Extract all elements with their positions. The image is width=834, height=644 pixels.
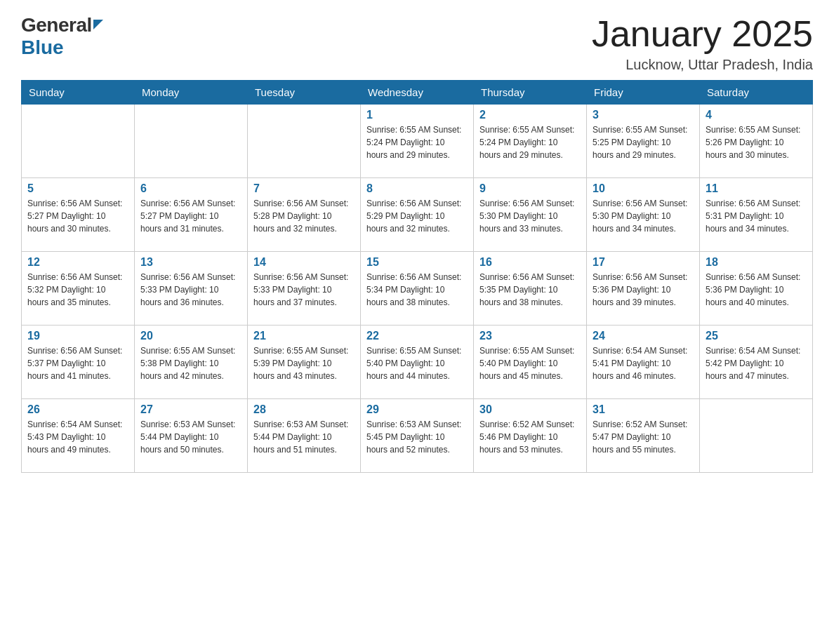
day-info: Sunrise: 6:56 AM Sunset: 5:32 PM Dayligh…	[27, 271, 128, 309]
calendar-cell: 18Sunrise: 6:56 AM Sunset: 5:36 PM Dayli…	[700, 252, 813, 326]
calendar-table: SundayMondayTuesdayWednesdayThursdayFrid…	[21, 80, 813, 473]
day-info: Sunrise: 6:53 AM Sunset: 5:45 PM Dayligh…	[366, 418, 468, 456]
day-number: 12	[27, 256, 128, 269]
calendar-cell: 7Sunrise: 6:56 AM Sunset: 5:28 PM Daylig…	[248, 178, 361, 252]
day-info: Sunrise: 6:55 AM Sunset: 5:40 PM Dayligh…	[366, 344, 468, 382]
calendar-cell: 30Sunrise: 6:52 AM Sunset: 5:46 PM Dayli…	[474, 399, 587, 473]
day-number: 29	[366, 403, 468, 416]
calendar-cell: 2Sunrise: 6:55 AM Sunset: 5:24 PM Daylig…	[474, 105, 587, 178]
logo: General Blue	[21, 14, 103, 59]
day-number: 25	[706, 330, 807, 342]
day-info: Sunrise: 6:56 AM Sunset: 5:35 PM Dayligh…	[479, 271, 581, 309]
calendar-cell: 22Sunrise: 6:55 AM Sunset: 5:40 PM Dayli…	[361, 326, 474, 399]
day-number: 13	[140, 256, 241, 269]
logo-blue-row: Blue	[21, 36, 103, 59]
header-row: SundayMondayTuesdayWednesdayThursdayFrid…	[22, 81, 813, 105]
day-number: 14	[253, 256, 355, 269]
calendar-cell: 16Sunrise: 6:56 AM Sunset: 5:35 PM Dayli…	[474, 252, 587, 326]
header-cell-tuesday: Tuesday	[248, 81, 361, 105]
day-info: Sunrise: 6:55 AM Sunset: 5:26 PM Dayligh…	[706, 123, 807, 161]
calendar-cell: 14Sunrise: 6:56 AM Sunset: 5:33 PM Dayli…	[248, 252, 361, 326]
calendar-cell: 12Sunrise: 6:56 AM Sunset: 5:32 PM Dayli…	[22, 252, 135, 326]
calendar-cell: 19Sunrise: 6:56 AM Sunset: 5:37 PM Dayli…	[22, 326, 135, 399]
day-info: Sunrise: 6:55 AM Sunset: 5:24 PM Dayligh…	[479, 123, 581, 161]
calendar-cell: 11Sunrise: 6:56 AM Sunset: 5:31 PM Dayli…	[700, 178, 813, 252]
day-info: Sunrise: 6:56 AM Sunset: 5:27 PM Dayligh…	[140, 197, 241, 235]
calendar-cell: 21Sunrise: 6:55 AM Sunset: 5:39 PM Dayli…	[248, 326, 361, 399]
day-info: Sunrise: 6:56 AM Sunset: 5:36 PM Dayligh…	[706, 271, 807, 309]
day-info: Sunrise: 6:55 AM Sunset: 5:25 PM Dayligh…	[593, 123, 694, 161]
day-info: Sunrise: 6:53 AM Sunset: 5:44 PM Dayligh…	[140, 418, 241, 456]
day-number: 1	[366, 109, 468, 121]
calendar-cell: 29Sunrise: 6:53 AM Sunset: 5:45 PM Dayli…	[361, 399, 474, 473]
day-number: 7	[253, 182, 355, 195]
logo-row1: General	[21, 14, 103, 36]
logo-general-text: General	[21, 14, 92, 36]
day-info: Sunrise: 6:55 AM Sunset: 5:24 PM Dayligh…	[366, 123, 468, 161]
day-info: Sunrise: 6:55 AM Sunset: 5:40 PM Dayligh…	[479, 344, 581, 382]
calendar-cell: 1Sunrise: 6:55 AM Sunset: 5:24 PM Daylig…	[361, 105, 474, 178]
header-cell-friday: Friday	[587, 81, 700, 105]
day-info: Sunrise: 6:54 AM Sunset: 5:41 PM Dayligh…	[593, 344, 694, 382]
day-number: 10	[593, 182, 694, 195]
day-number: 31	[593, 403, 694, 416]
title-block: January 2025 Lucknow, Uttar Pradesh, Ind…	[592, 14, 813, 73]
calendar-cell: 24Sunrise: 6:54 AM Sunset: 5:41 PM Dayli…	[587, 326, 700, 399]
svg-marker-0	[93, 20, 103, 29]
day-number: 27	[140, 403, 241, 416]
week-row-3: 12Sunrise: 6:56 AM Sunset: 5:32 PM Dayli…	[22, 252, 813, 326]
logo-triangle-icon	[93, 20, 103, 32]
day-number: 11	[706, 182, 807, 195]
day-number: 8	[366, 182, 468, 195]
day-info: Sunrise: 6:55 AM Sunset: 5:39 PM Dayligh…	[253, 344, 355, 382]
day-number: 9	[479, 182, 581, 195]
calendar-cell: 13Sunrise: 6:56 AM Sunset: 5:33 PM Dayli…	[135, 252, 248, 326]
day-number: 4	[706, 109, 807, 121]
header-cell-sunday: Sunday	[22, 81, 135, 105]
day-info: Sunrise: 6:56 AM Sunset: 5:33 PM Dayligh…	[253, 271, 355, 309]
calendar-cell: 10Sunrise: 6:56 AM Sunset: 5:30 PM Dayli…	[587, 178, 700, 252]
calendar-cell: 23Sunrise: 6:55 AM Sunset: 5:40 PM Dayli…	[474, 326, 587, 399]
calendar-cell: 9Sunrise: 6:56 AM Sunset: 5:30 PM Daylig…	[474, 178, 587, 252]
day-info: Sunrise: 6:56 AM Sunset: 5:31 PM Dayligh…	[706, 197, 807, 235]
day-info: Sunrise: 6:56 AM Sunset: 5:33 PM Dayligh…	[140, 271, 241, 309]
day-number: 17	[593, 256, 694, 269]
calendar-cell: 31Sunrise: 6:52 AM Sunset: 5:47 PM Dayli…	[587, 399, 700, 473]
day-number: 23	[479, 330, 581, 342]
day-info: Sunrise: 6:56 AM Sunset: 5:30 PM Dayligh…	[593, 197, 694, 235]
day-info: Sunrise: 6:56 AM Sunset: 5:27 PM Dayligh…	[27, 197, 128, 235]
day-info: Sunrise: 6:56 AM Sunset: 5:29 PM Dayligh…	[366, 197, 468, 235]
day-info: Sunrise: 6:52 AM Sunset: 5:46 PM Dayligh…	[479, 418, 581, 456]
calendar-cell: 20Sunrise: 6:55 AM Sunset: 5:38 PM Dayli…	[135, 326, 248, 399]
day-info: Sunrise: 6:56 AM Sunset: 5:37 PM Dayligh…	[27, 344, 128, 382]
logo-blue-text: Blue	[21, 36, 64, 58]
day-number: 30	[479, 403, 581, 416]
day-number: 28	[253, 403, 355, 416]
day-info: Sunrise: 6:56 AM Sunset: 5:34 PM Dayligh…	[366, 271, 468, 309]
calendar-cell	[700, 399, 813, 473]
header-cell-wednesday: Wednesday	[361, 81, 474, 105]
header-cell-saturday: Saturday	[700, 81, 813, 105]
day-number: 5	[27, 182, 128, 195]
calendar-cell: 5Sunrise: 6:56 AM Sunset: 5:27 PM Daylig…	[22, 178, 135, 252]
day-info: Sunrise: 6:52 AM Sunset: 5:47 PM Dayligh…	[593, 418, 694, 456]
header-cell-monday: Monday	[135, 81, 248, 105]
calendar-cell: 17Sunrise: 6:56 AM Sunset: 5:36 PM Dayli…	[587, 252, 700, 326]
calendar-cell	[135, 105, 248, 178]
day-number: 24	[593, 330, 694, 342]
day-number: 20	[140, 330, 241, 342]
calendar-cell	[248, 105, 361, 178]
calendar-cell: 6Sunrise: 6:56 AM Sunset: 5:27 PM Daylig…	[135, 178, 248, 252]
calendar-cell: 25Sunrise: 6:54 AM Sunset: 5:42 PM Dayli…	[700, 326, 813, 399]
day-number: 15	[366, 256, 468, 269]
calendar-cell: 4Sunrise: 6:55 AM Sunset: 5:26 PM Daylig…	[700, 105, 813, 178]
day-info: Sunrise: 6:53 AM Sunset: 5:44 PM Dayligh…	[253, 418, 355, 456]
day-number: 18	[706, 256, 807, 269]
page-header: General Blue January 2025 Lucknow, Uttar…	[21, 14, 813, 73]
calendar-cell: 3Sunrise: 6:55 AM Sunset: 5:25 PM Daylig…	[587, 105, 700, 178]
day-number: 3	[593, 109, 694, 121]
day-number: 16	[479, 256, 581, 269]
calendar-title: January 2025	[592, 14, 813, 54]
day-number: 22	[366, 330, 468, 342]
calendar-cell: 8Sunrise: 6:56 AM Sunset: 5:29 PM Daylig…	[361, 178, 474, 252]
